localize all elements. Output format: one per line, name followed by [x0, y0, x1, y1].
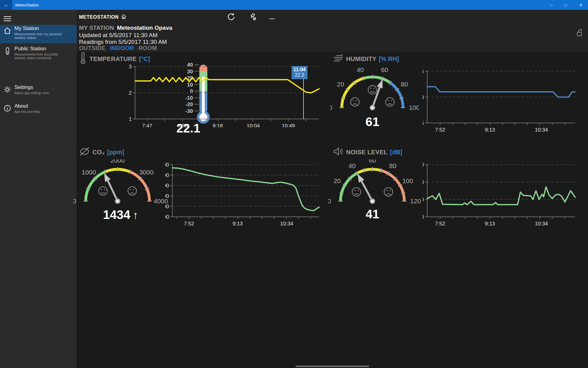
svg-text:65: 65: [423, 68, 424, 74]
svg-text:60: 60: [423, 94, 424, 100]
noise-chart[interactable]: 605040307:529:1310:34: [423, 161, 582, 225]
lock-button[interactable]: [576, 28, 584, 37]
svg-text:2000: 2000: [165, 193, 169, 199]
sidebar-item-my-station[interactable]: My Station Measurements from my personal…: [0, 25, 77, 43]
horizontal-scrollbar[interactable]: [296, 366, 369, 367]
speaker-icon: [333, 147, 344, 157]
svg-text:55: 55: [423, 120, 424, 126]
tooltip-value: 22.2: [292, 72, 307, 78]
noise-value: 41: [351, 207, 394, 221]
close-icon: ✕: [579, 3, 583, 7]
sidebar-item-description: Measurements from my personal weather st…: [14, 32, 70, 40]
noise-panel-title: NOISE LEVEL [dB]: [333, 145, 402, 159]
minimize-button[interactable]: –: [545, 0, 559, 10]
tab-indoor[interactable]: INDOOR: [110, 45, 134, 52]
svg-text:7:47: 7:47: [142, 123, 152, 127]
refresh-button[interactable]: [225, 12, 236, 22]
svg-text:2500: 2500: [165, 183, 169, 189]
svg-text:9:13: 9:13: [485, 127, 495, 132]
sidebar-item-description: Adjust app settings here: [14, 91, 70, 95]
gear-icon: [3, 86, 11, 94]
title-bar: ← MeteoStation – □ ✕: [0, 0, 588, 10]
svg-text:20: 20: [334, 177, 341, 184]
svg-text:0: 0: [330, 104, 332, 111]
svg-text:3000: 3000: [165, 172, 169, 178]
sidebar-item-public-station[interactable]: Public Station Measurements from any pub…: [0, 45, 77, 64]
minimize-icon: –: [550, 3, 552, 7]
humidity-panel-title: HUMIDITY [% RH]: [333, 52, 399, 66]
svg-text:1000: 1000: [165, 214, 169, 220]
sidebar-item-about[interactable]: About App info and Help: [0, 102, 77, 118]
sidebar-item-label: My Station: [14, 25, 39, 32]
svg-text:80: 80: [389, 162, 396, 169]
svg-text:7:52: 7:52: [184, 221, 194, 225]
station-name: Meteostation Opava: [117, 25, 172, 31]
page-title: METEOSTATION: [79, 12, 126, 22]
back-arrow-icon: ←: [4, 2, 9, 8]
ellipsis-icon: ...: [270, 16, 275, 19]
svg-text:3500: 3500: [165, 162, 169, 168]
humidity-value: 61: [351, 115, 394, 129]
svg-text:9:13: 9:13: [485, 221, 495, 225]
page-header: METEOSTATION: [77, 10, 588, 52]
svg-text:22: 22: [129, 90, 132, 96]
hamburger-menu-button[interactable]: [3, 14, 13, 23]
svg-text:0: 0: [328, 197, 331, 205]
svg-text:1500: 1500: [165, 204, 169, 209]
home-icon: [3, 27, 11, 35]
tab-room[interactable]: ROOM: [138, 45, 157, 52]
station-tower-icon: [3, 47, 11, 55]
svg-text:80: 80: [401, 81, 408, 88]
sidebar-item-settings[interactable]: Settings Adjust app settings here: [0, 84, 77, 99]
svg-text:60: 60: [369, 159, 376, 164]
svg-text:40: 40: [349, 162, 356, 169]
svg-text:120: 120: [410, 197, 421, 205]
svg-text:10:49: 10:49: [282, 123, 295, 127]
svg-text:40: 40: [423, 197, 424, 202]
sidebar-item-label: Public Station: [14, 46, 46, 52]
readings-text: Readings from 5/5/2017 11:30 AM: [79, 39, 167, 45]
app-title: MeteoStation: [15, 0, 39, 10]
home-pivot-icon: [121, 14, 126, 21]
svg-text:21: 21: [129, 116, 132, 122]
svg-text:30: 30: [423, 214, 424, 220]
svg-text:10:34: 10:34: [535, 221, 548, 225]
trend-up-arrow: ↑: [133, 209, 138, 221]
co2-icon: [79, 147, 90, 157]
tab-outside[interactable]: OUTSIDE: [79, 45, 106, 52]
svg-text:40: 40: [356, 67, 364, 73]
svg-text:100: 100: [402, 177, 413, 184]
sidebar-item-label: Settings: [14, 84, 33, 90]
svg-text:20: 20: [337, 81, 344, 88]
svg-text:8:33: 8:33: [178, 123, 188, 127]
info-icon: [3, 104, 11, 112]
svg-text:10:04: 10:04: [247, 123, 260, 127]
more-button[interactable]: ...: [266, 12, 277, 22]
co2-panel-title: CO₂ [ppm]: [79, 145, 124, 159]
co2-value: 1434↑: [90, 208, 151, 222]
unlock-icon: [576, 28, 584, 37]
svg-text:3000: 3000: [139, 169, 154, 176]
maximize-button[interactable]: □: [559, 0, 573, 10]
chart-tooltip: 11:04 22.2: [292, 66, 307, 79]
svg-text:9:13: 9:13: [233, 221, 243, 225]
svg-text:60: 60: [423, 162, 424, 168]
app-window: ← MeteoStation – □ ✕ My Station Measurem…: [0, 0, 588, 368]
unpin-button[interactable]: [247, 12, 258, 22]
pin-off-icon: [248, 13, 256, 22]
maximize-icon: □: [564, 3, 567, 7]
humidity-chart[interactable]: 6560557:529:1310:34: [423, 67, 582, 132]
svg-text:50: 50: [423, 179, 424, 185]
back-button[interactable]: ←: [0, 0, 12, 10]
svg-text:9:18: 9:18: [213, 123, 223, 127]
sidebar-item-description: Measurements from any public weather sta…: [14, 52, 70, 60]
svg-text:7:52: 7:52: [435, 221, 445, 225]
close-button[interactable]: ✕: [574, 0, 588, 10]
co2-chart[interactable]: 3500300025002000150010007:529:1310:34: [165, 161, 325, 225]
svg-text:1000: 1000: [82, 169, 96, 176]
main-content: METEOSTATION: [77, 10, 588, 368]
tooltip-time: 11:04: [292, 67, 307, 72]
svg-text:7:52: 7:52: [435, 127, 445, 132]
refresh-icon: [227, 13, 235, 22]
tooltip-cursor-line: [303, 79, 304, 119]
